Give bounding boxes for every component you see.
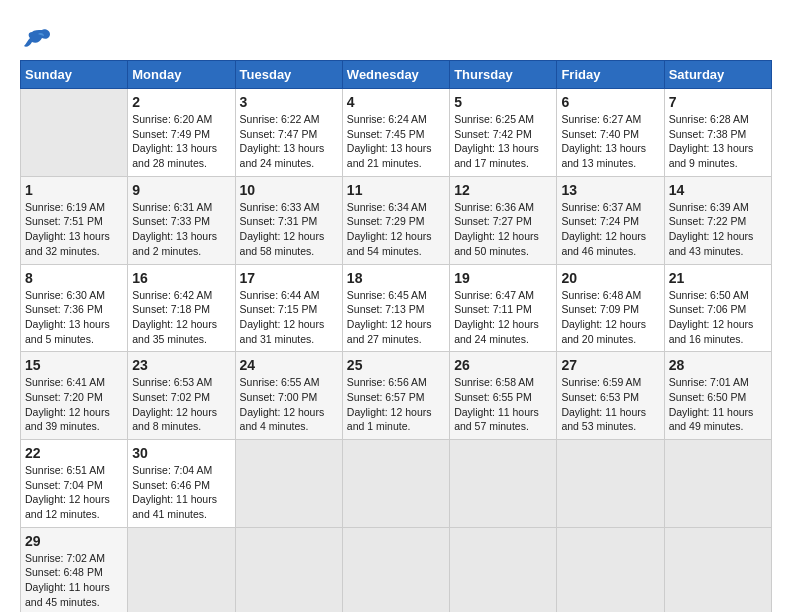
day-number: 15 (25, 357, 123, 373)
day-number: 1 (25, 182, 123, 198)
day-info: Sunrise: 6:20 AM Sunset: 7:49 PM Dayligh… (132, 112, 230, 171)
calendar-header-row: SundayMondayTuesdayWednesdayThursdayFrid… (21, 61, 772, 89)
calendar-cell (450, 440, 557, 528)
calendar-cell: 21Sunrise: 6:50 AM Sunset: 7:06 PM Dayli… (664, 264, 771, 352)
calendar-cell: 28Sunrise: 7:01 AM Sunset: 6:50 PM Dayli… (664, 352, 771, 440)
day-info: Sunrise: 6:55 AM Sunset: 7:00 PM Dayligh… (240, 375, 338, 434)
calendar-cell (235, 527, 342, 612)
calendar-cell: 26Sunrise: 6:58 AM Sunset: 6:55 PM Dayli… (450, 352, 557, 440)
day-info: Sunrise: 6:41 AM Sunset: 7:20 PM Dayligh… (25, 375, 123, 434)
day-info: Sunrise: 6:36 AM Sunset: 7:27 PM Dayligh… (454, 200, 552, 259)
calendar-week-6: 29Sunrise: 7:02 AM Sunset: 6:48 PM Dayli… (21, 527, 772, 612)
day-number: 7 (669, 94, 767, 110)
column-header-tuesday: Tuesday (235, 61, 342, 89)
day-info: Sunrise: 6:51 AM Sunset: 7:04 PM Dayligh… (25, 463, 123, 522)
calendar-cell: 24Sunrise: 6:55 AM Sunset: 7:00 PM Dayli… (235, 352, 342, 440)
calendar-week-5: 22Sunrise: 6:51 AM Sunset: 7:04 PM Dayli… (21, 440, 772, 528)
day-number: 11 (347, 182, 445, 198)
calendar-cell: 4Sunrise: 6:24 AM Sunset: 7:45 PM Daylig… (342, 89, 449, 177)
day-info: Sunrise: 6:47 AM Sunset: 7:11 PM Dayligh… (454, 288, 552, 347)
calendar-week-2: 1Sunrise: 6:19 AM Sunset: 7:51 PM Daylig… (21, 176, 772, 264)
calendar-cell: 1Sunrise: 6:19 AM Sunset: 7:51 PM Daylig… (21, 176, 128, 264)
calendar-cell (21, 89, 128, 177)
day-info: Sunrise: 6:42 AM Sunset: 7:18 PM Dayligh… (132, 288, 230, 347)
calendar-cell: 20Sunrise: 6:48 AM Sunset: 7:09 PM Dayli… (557, 264, 664, 352)
column-header-monday: Monday (128, 61, 235, 89)
calendar-cell: 27Sunrise: 6:59 AM Sunset: 6:53 PM Dayli… (557, 352, 664, 440)
day-info: Sunrise: 6:39 AM Sunset: 7:22 PM Dayligh… (669, 200, 767, 259)
logo-bird-icon (22, 28, 52, 50)
day-number: 16 (132, 270, 230, 286)
day-info: Sunrise: 6:34 AM Sunset: 7:29 PM Dayligh… (347, 200, 445, 259)
day-number: 17 (240, 270, 338, 286)
calendar-cell (342, 527, 449, 612)
day-info: Sunrise: 7:01 AM Sunset: 6:50 PM Dayligh… (669, 375, 767, 434)
day-number: 26 (454, 357, 552, 373)
day-number: 5 (454, 94, 552, 110)
calendar-cell (235, 440, 342, 528)
day-number: 2 (132, 94, 230, 110)
day-info: Sunrise: 6:25 AM Sunset: 7:42 PM Dayligh… (454, 112, 552, 171)
calendar-cell: 10Sunrise: 6:33 AM Sunset: 7:31 PM Dayli… (235, 176, 342, 264)
day-number: 29 (25, 533, 123, 549)
calendar-cell: 6Sunrise: 6:27 AM Sunset: 7:40 PM Daylig… (557, 89, 664, 177)
calendar-cell: 23Sunrise: 6:53 AM Sunset: 7:02 PM Dayli… (128, 352, 235, 440)
calendar-cell: 9Sunrise: 6:31 AM Sunset: 7:33 PM Daylig… (128, 176, 235, 264)
column-header-sunday: Sunday (21, 61, 128, 89)
calendar-cell: 22Sunrise: 6:51 AM Sunset: 7:04 PM Dayli… (21, 440, 128, 528)
calendar-week-4: 15Sunrise: 6:41 AM Sunset: 7:20 PM Dayli… (21, 352, 772, 440)
calendar-cell (664, 527, 771, 612)
calendar-cell: 2Sunrise: 6:20 AM Sunset: 7:49 PM Daylig… (128, 89, 235, 177)
day-info: Sunrise: 6:53 AM Sunset: 7:02 PM Dayligh… (132, 375, 230, 434)
day-info: Sunrise: 6:24 AM Sunset: 7:45 PM Dayligh… (347, 112, 445, 171)
calendar-cell: 18Sunrise: 6:45 AM Sunset: 7:13 PM Dayli… (342, 264, 449, 352)
day-info: Sunrise: 6:22 AM Sunset: 7:47 PM Dayligh… (240, 112, 338, 171)
calendar-week-1: 2Sunrise: 6:20 AM Sunset: 7:49 PM Daylig… (21, 89, 772, 177)
day-number: 27 (561, 357, 659, 373)
day-number: 24 (240, 357, 338, 373)
day-number: 6 (561, 94, 659, 110)
day-info: Sunrise: 7:02 AM Sunset: 6:48 PM Dayligh… (25, 551, 123, 610)
day-info: Sunrise: 6:27 AM Sunset: 7:40 PM Dayligh… (561, 112, 659, 171)
calendar-cell (450, 527, 557, 612)
day-number: 20 (561, 270, 659, 286)
day-number: 14 (669, 182, 767, 198)
page-header (20, 20, 772, 50)
day-number: 19 (454, 270, 552, 286)
day-info: Sunrise: 6:58 AM Sunset: 6:55 PM Dayligh… (454, 375, 552, 434)
calendar-table: SundayMondayTuesdayWednesdayThursdayFrid… (20, 60, 772, 612)
calendar-cell: 7Sunrise: 6:28 AM Sunset: 7:38 PM Daylig… (664, 89, 771, 177)
logo (20, 28, 52, 50)
calendar-cell (664, 440, 771, 528)
day-info: Sunrise: 6:33 AM Sunset: 7:31 PM Dayligh… (240, 200, 338, 259)
day-number: 23 (132, 357, 230, 373)
day-info: Sunrise: 6:31 AM Sunset: 7:33 PM Dayligh… (132, 200, 230, 259)
day-number: 9 (132, 182, 230, 198)
day-number: 4 (347, 94, 445, 110)
day-number: 30 (132, 445, 230, 461)
calendar-cell: 11Sunrise: 6:34 AM Sunset: 7:29 PM Dayli… (342, 176, 449, 264)
calendar-cell: 3Sunrise: 6:22 AM Sunset: 7:47 PM Daylig… (235, 89, 342, 177)
day-number: 25 (347, 357, 445, 373)
day-info: Sunrise: 6:30 AM Sunset: 7:36 PM Dayligh… (25, 288, 123, 347)
calendar-cell: 25Sunrise: 6:56 AM Sunset: 6:57 PM Dayli… (342, 352, 449, 440)
calendar-cell: 13Sunrise: 6:37 AM Sunset: 7:24 PM Dayli… (557, 176, 664, 264)
calendar-cell: 19Sunrise: 6:47 AM Sunset: 7:11 PM Dayli… (450, 264, 557, 352)
column-header-friday: Friday (557, 61, 664, 89)
day-info: Sunrise: 6:59 AM Sunset: 6:53 PM Dayligh… (561, 375, 659, 434)
calendar-cell: 5Sunrise: 6:25 AM Sunset: 7:42 PM Daylig… (450, 89, 557, 177)
column-header-thursday: Thursday (450, 61, 557, 89)
day-info: Sunrise: 6:50 AM Sunset: 7:06 PM Dayligh… (669, 288, 767, 347)
calendar-cell: 12Sunrise: 6:36 AM Sunset: 7:27 PM Dayli… (450, 176, 557, 264)
day-number: 21 (669, 270, 767, 286)
day-number: 3 (240, 94, 338, 110)
day-info: Sunrise: 6:48 AM Sunset: 7:09 PM Dayligh… (561, 288, 659, 347)
day-number: 12 (454, 182, 552, 198)
calendar-cell: 29Sunrise: 7:02 AM Sunset: 6:48 PM Dayli… (21, 527, 128, 612)
calendar-cell (342, 440, 449, 528)
day-number: 8 (25, 270, 123, 286)
calendar-week-3: 8Sunrise: 6:30 AM Sunset: 7:36 PM Daylig… (21, 264, 772, 352)
calendar-cell: 14Sunrise: 6:39 AM Sunset: 7:22 PM Dayli… (664, 176, 771, 264)
calendar-cell: 16Sunrise: 6:42 AM Sunset: 7:18 PM Dayli… (128, 264, 235, 352)
day-info: Sunrise: 6:44 AM Sunset: 7:15 PM Dayligh… (240, 288, 338, 347)
